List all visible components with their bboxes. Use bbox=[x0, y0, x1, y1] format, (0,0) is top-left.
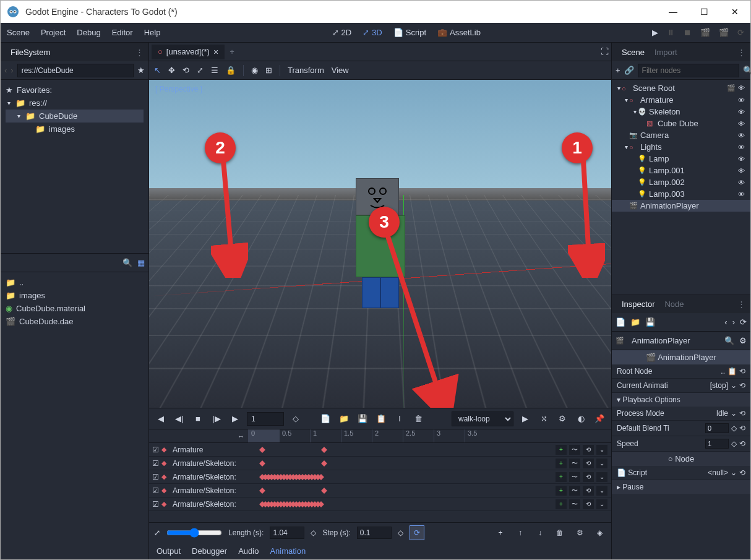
length-input[interactable] bbox=[270, 527, 304, 539]
transform-menu[interactable]: Transform bbox=[288, 66, 324, 75]
wrap-icon[interactable]: ⟲ bbox=[583, 486, 594, 496]
track-menu-icon[interactable]: ⌄ bbox=[596, 445, 607, 455]
tick-4[interactable]: 2 bbox=[372, 429, 403, 442]
track-menu-icon[interactable]: ⌄ bbox=[596, 486, 607, 496]
visibility-icon[interactable]: 👁 bbox=[738, 108, 747, 116]
add-tab-button[interactable]: + bbox=[225, 47, 239, 56]
track-checkbox[interactable]: ☑ bbox=[149, 446, 161, 454]
add-node-icon[interactable]: + bbox=[616, 66, 620, 75]
node-lamp1[interactable]: 💡Lamp.001👁 bbox=[612, 165, 750, 176]
track-row[interactable]: ☑◆Armature+〜⟲⌄ bbox=[149, 443, 611, 457]
fs-back-button[interactable]: ‹ bbox=[4, 66, 7, 75]
visibility-icon[interactable]: 👁 bbox=[738, 167, 747, 174]
node-cubedube[interactable]: ▧Cube Dube👁 bbox=[612, 118, 750, 129]
file-dotdot[interactable]: 📁 .. bbox=[6, 276, 144, 289]
scene-menu-icon[interactable]: ⋮ bbox=[737, 48, 745, 57]
add-key-icon[interactable]: + bbox=[556, 499, 567, 509]
wrap-icon[interactable]: ⟲ bbox=[583, 472, 594, 482]
anim-select[interactable]: walk-loop bbox=[452, 411, 513, 426]
node-lamp2[interactable]: 💡Lamp.002👁 bbox=[612, 176, 750, 188]
fs-favorite-icon[interactable]: ★ bbox=[137, 66, 145, 75]
insp-tools-icon[interactable]: ⚙ bbox=[739, 336, 747, 345]
tab-animation[interactable]: Animation bbox=[270, 546, 306, 556]
menu-editor[interactable]: Editor bbox=[112, 28, 133, 37]
blend-input[interactable] bbox=[705, 423, 729, 433]
anim-save-icon[interactable]: 💾 bbox=[356, 412, 369, 426]
menu-help[interactable]: Help bbox=[144, 28, 161, 37]
node-lamp[interactable]: 💡Lamp👁 bbox=[612, 153, 750, 165]
anim-rename-icon[interactable]: I bbox=[393, 412, 406, 426]
step-spinner-icon[interactable]: ◇ bbox=[398, 528, 403, 537]
anim-autoplay-icon[interactable]: ▶ bbox=[518, 412, 532, 426]
track-keys[interactable] bbox=[259, 443, 531, 456]
dropdown-icon[interactable]: ⌄ bbox=[731, 468, 737, 477]
speed-input[interactable] bbox=[705, 439, 729, 449]
list-tool-icon[interactable]: ☰ bbox=[211, 66, 218, 75]
select-tool-icon[interactable]: ↖ bbox=[154, 66, 161, 75]
length-spinner-icon[interactable]: ◇ bbox=[311, 528, 316, 537]
scene-search-icon[interactable]: 🔍 bbox=[743, 66, 751, 75]
loop-button[interactable]: ⟳ bbox=[410, 525, 424, 540]
close-button[interactable]: ✕ bbox=[726, 6, 744, 18]
tick-1[interactable]: 0.5 bbox=[279, 429, 310, 442]
move-down-icon[interactable]: ↓ bbox=[533, 526, 547, 540]
anim-delete-icon[interactable]: 🗑 bbox=[411, 412, 425, 426]
file-material[interactable]: ◉ CubeDube.material bbox=[6, 302, 144, 315]
fs-search-input[interactable] bbox=[4, 258, 122, 267]
add-key-icon[interactable]: + bbox=[556, 472, 567, 482]
track-keys[interactable] bbox=[259, 484, 531, 497]
zoom-slider[interactable] bbox=[166, 528, 222, 538]
class-section[interactable]: 🎬 AnimationPlayer bbox=[612, 350, 750, 364]
node-skeleton[interactable]: ▾💀Skeleton👁 bbox=[612, 106, 750, 118]
visibility-icon[interactable]: 👁 bbox=[738, 191, 747, 198]
add-track-icon[interactable]: + bbox=[494, 526, 507, 540]
visibility-icon[interactable]: 👁 bbox=[738, 132, 747, 139]
3d-viewport[interactable]: [ Perspective ] 2 1 bbox=[149, 80, 611, 408]
anim-edit-icon[interactable]: ⚙ bbox=[556, 412, 569, 426]
node-lights[interactable]: ▾○Lights👁 bbox=[612, 141, 750, 153]
filesystem-tab[interactable]: FileSystem bbox=[6, 48, 55, 57]
node-camera[interactable]: 📷Camera👁 bbox=[612, 129, 750, 141]
fs-path-input[interactable]: res://CubeDude bbox=[17, 64, 134, 77]
snap-keys-icon[interactable]: ◈ bbox=[593, 526, 606, 540]
history-icon[interactable]: ⟳ bbox=[740, 317, 747, 327]
import-tab[interactable]: Import bbox=[650, 48, 682, 57]
snap-tool-icon[interactable]: ⊞ bbox=[265, 66, 272, 75]
dropdown-icon[interactable]: ⌄ bbox=[731, 381, 737, 390]
interp-icon[interactable]: 〜 bbox=[569, 445, 580, 455]
dropdown-icon[interactable]: ⌄ bbox=[731, 409, 737, 418]
search-icon[interactable]: 🔍 bbox=[122, 258, 132, 267]
visibility-icon[interactable]: 👁 bbox=[738, 84, 747, 92]
anim-onion-icon[interactable]: ◐ bbox=[574, 412, 588, 426]
step-input[interactable] bbox=[357, 527, 392, 539]
node-section[interactable]: ○ Node bbox=[612, 452, 750, 466]
spinner-icon[interactable]: ◇ bbox=[731, 424, 737, 433]
node-lamp3[interactable]: 💡Lamp.003👁 bbox=[612, 188, 750, 200]
node-armature[interactable]: ▾○Armature👁 bbox=[612, 94, 750, 106]
fs-folder-cubedude[interactable]: ▾📁 CubeDude bbox=[6, 110, 144, 123]
zoom-fit-icon[interactable]: ⤢ bbox=[154, 528, 160, 537]
track-row[interactable]: ☑◆Armature/Skeleton:+〜⟲⌄ bbox=[149, 498, 611, 511]
visibility-icon[interactable]: 👁 bbox=[738, 97, 747, 104]
remove-track-icon[interactable]: 🗑 bbox=[553, 526, 567, 540]
lock-tool-icon[interactable]: 🔒 bbox=[226, 66, 236, 75]
visibility-icon[interactable]: 👁 bbox=[738, 120, 747, 127]
track-menu-icon[interactable]: ⌄ bbox=[596, 499, 607, 509]
anim-frame-input[interactable] bbox=[247, 412, 284, 426]
anim-copy-icon[interactable]: 📋 bbox=[374, 412, 388, 426]
play-custom-button[interactable]: 🎬 bbox=[719, 28, 729, 37]
anim-new-icon[interactable]: 📄 bbox=[319, 412, 332, 426]
track-checkbox[interactable]: ☑ bbox=[149, 459, 161, 468]
fs-root[interactable]: ▾📁 res:// bbox=[6, 97, 144, 110]
minimize-button[interactable]: — bbox=[664, 6, 682, 18]
move-up-icon[interactable]: ↑ bbox=[513, 526, 527, 540]
menu-scene[interactable]: Scene bbox=[7, 28, 30, 37]
scene-tab-unsaved[interactable]: ○ [unsaved](*) × bbox=[152, 45, 225, 59]
cube-tool-icon[interactable]: ◉ bbox=[251, 66, 258, 75]
visibility-icon[interactable]: 👁 bbox=[738, 144, 747, 151]
anim-pin-icon[interactable]: 📌 bbox=[593, 412, 606, 426]
perspective-label[interactable]: [ Perspective ] bbox=[155, 85, 202, 93]
track-tools-icon[interactable]: ⚙ bbox=[573, 526, 586, 540]
interp-icon[interactable]: 〜 bbox=[569, 486, 580, 496]
visibility-icon[interactable]: 👁 bbox=[738, 155, 747, 163]
